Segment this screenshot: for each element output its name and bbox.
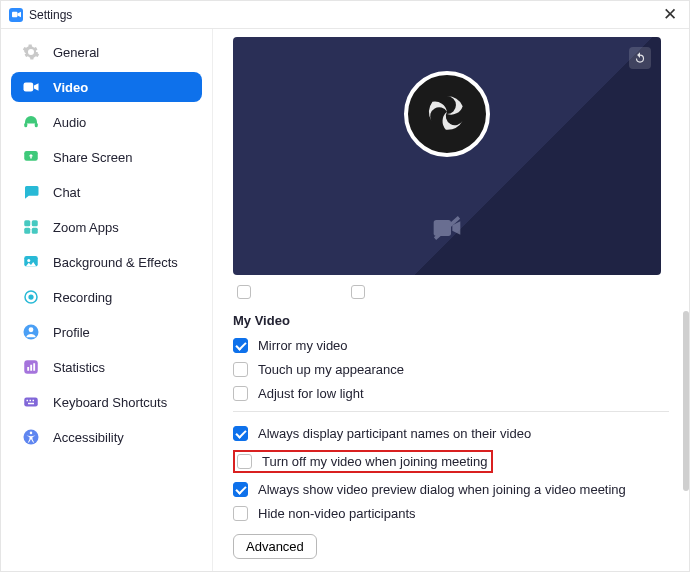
svg-rect-16 [27, 367, 29, 371]
headphone-icon [21, 112, 41, 132]
sidebar-item-label: Profile [53, 325, 90, 340]
settings-sidebar: General Video Audio Share Screen Chat Zo… [1, 29, 213, 572]
sidebar-item-recording[interactable]: Recording [11, 282, 202, 312]
sidebar-item-label: Statistics [53, 360, 105, 375]
svg-rect-19 [24, 398, 38, 407]
checkbox[interactable] [233, 386, 248, 401]
sidebar-item-accessibility[interactable]: Accessibility [11, 422, 202, 452]
sidebar-item-label: Audio [53, 115, 86, 130]
close-button[interactable]: ✕ [659, 6, 681, 23]
option-label: Hide non-video participants [258, 506, 416, 521]
settings-content: My Video Mirror my video Touch up my app… [213, 29, 689, 572]
svg-rect-6 [32, 220, 38, 226]
chat-icon [21, 182, 41, 202]
obs-logo-icon [404, 71, 490, 157]
option-mirror-video[interactable]: Mirror my video [233, 338, 669, 353]
gear-icon [21, 42, 41, 62]
svg-rect-5 [24, 220, 30, 226]
sidebar-item-label: General [53, 45, 99, 60]
checkbox[interactable] [233, 426, 248, 441]
video-preview [233, 37, 661, 275]
checkbox[interactable] [233, 506, 248, 521]
checkbox[interactable] [233, 482, 248, 497]
option-label: Always show video preview dialog when jo… [258, 482, 626, 497]
option-label: Adjust for low light [258, 386, 364, 401]
partial-row [237, 285, 669, 299]
sidebar-item-statistics[interactable]: Statistics [11, 352, 202, 382]
svg-rect-20 [27, 400, 29, 402]
background-icon [21, 252, 41, 272]
section-title-my-video: My Video [233, 313, 669, 328]
window-title: Settings [29, 8, 72, 22]
sidebar-item-keyboard-shortcuts[interactable]: Keyboard Shortcuts [11, 387, 202, 417]
option-label: Mirror my video [258, 338, 348, 353]
sidebar-item-background[interactable]: Background & Effects [11, 247, 202, 277]
sidebar-item-general[interactable]: General [11, 37, 202, 67]
sidebar-item-label: Share Screen [53, 150, 133, 165]
record-icon [21, 287, 41, 307]
checkbox[interactable] [233, 362, 248, 377]
sidebar-item-video[interactable]: Video [11, 72, 202, 102]
checkbox[interactable] [233, 338, 248, 353]
titlebar: Settings ✕ [1, 1, 689, 29]
advanced-button[interactable]: Advanced [233, 534, 317, 559]
apps-icon [21, 217, 41, 237]
svg-point-12 [28, 294, 33, 299]
option-label: Turn off my video when joining meeting [262, 454, 487, 469]
option-label: Touch up my appearance [258, 362, 404, 377]
svg-rect-7 [24, 228, 30, 234]
sidebar-item-label: Accessibility [53, 430, 124, 445]
accessibility-icon [21, 427, 41, 447]
sidebar-item-audio[interactable]: Audio [11, 107, 202, 137]
svg-rect-9 [24, 256, 38, 267]
sidebar-item-label: Chat [53, 185, 80, 200]
checkbox[interactable] [237, 454, 252, 469]
svg-point-25 [30, 432, 33, 435]
svg-rect-3 [35, 123, 38, 128]
sidebar-item-zoom-apps[interactable]: Zoom Apps [11, 212, 202, 242]
video-icon [21, 77, 41, 97]
highlighted-option: Turn off my video when joining meeting [233, 450, 493, 473]
option-show-preview[interactable]: Always show video preview dialog when jo… [233, 482, 669, 497]
statistics-icon [21, 357, 41, 377]
svg-point-14 [29, 327, 34, 332]
svg-point-10 [27, 259, 30, 262]
divider [233, 411, 669, 412]
option-hide-nonvideo[interactable]: Hide non-video participants [233, 506, 669, 521]
option-display-names[interactable]: Always display participant names on thei… [233, 426, 669, 441]
svg-rect-21 [30, 400, 32, 402]
svg-rect-22 [33, 400, 35, 402]
sidebar-item-profile[interactable]: Profile [11, 317, 202, 347]
svg-rect-2 [24, 123, 27, 128]
svg-rect-1 [24, 83, 34, 92]
sidebar-item-label: Background & Effects [53, 255, 178, 270]
main-body: General Video Audio Share Screen Chat Zo… [1, 29, 689, 572]
svg-rect-18 [33, 363, 35, 371]
svg-rect-0 [12, 12, 17, 17]
svg-rect-23 [28, 403, 34, 405]
sidebar-item-label: Keyboard Shortcuts [53, 395, 167, 410]
svg-rect-8 [32, 228, 38, 234]
sidebar-item-label: Video [53, 80, 88, 95]
profile-icon [21, 322, 41, 342]
scrollbar[interactable] [683, 311, 689, 491]
option-low-light[interactable]: Adjust for low light [233, 386, 669, 401]
rotate-icon[interactable] [629, 47, 651, 69]
checkbox[interactable] [351, 285, 365, 299]
svg-rect-17 [30, 365, 32, 371]
app-icon [9, 8, 23, 22]
option-touch-up[interactable]: Touch up my appearance [233, 362, 669, 377]
sidebar-item-share-screen[interactable]: Share Screen [11, 142, 202, 172]
option-turn-off-video[interactable]: Turn off my video when joining meeting [237, 454, 487, 469]
sidebar-item-label: Zoom Apps [53, 220, 119, 235]
option-label: Always display participant names on thei… [258, 426, 531, 441]
keyboard-icon [21, 392, 41, 412]
sidebar-item-chat[interactable]: Chat [11, 177, 202, 207]
share-screen-icon [21, 147, 41, 167]
video-off-icon [431, 212, 463, 247]
checkbox[interactable] [237, 285, 251, 299]
sidebar-item-label: Recording [53, 290, 112, 305]
